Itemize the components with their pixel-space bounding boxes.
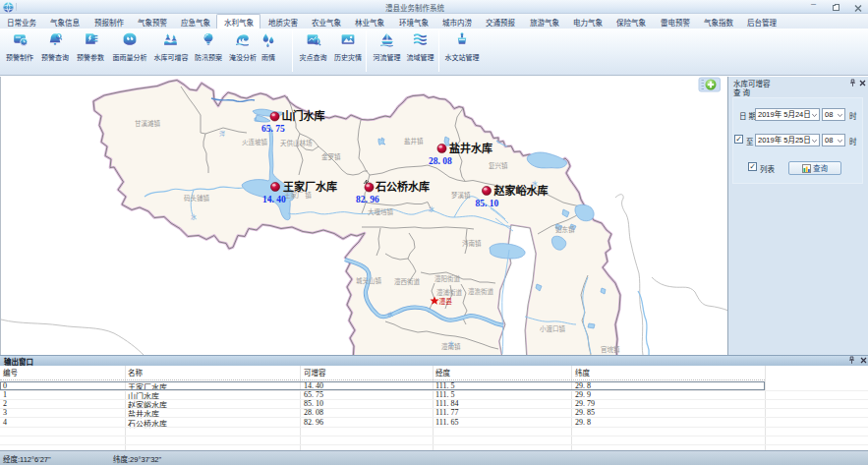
svg-text:火连坡镇: 火连坡镇	[242, 137, 268, 146]
svg-text:小渡口镇: 小渡口镇	[540, 323, 566, 333]
svg-text:澧澹街道: 澧澹街道	[468, 286, 494, 296]
svg-text:水: 水	[387, 310, 393, 319]
svg-text:盐井水库: 盐井水库	[449, 140, 492, 155]
svg-text:澧西街道: 澧西街道	[394, 276, 421, 286]
svg-text:65. 75: 65. 75	[261, 124, 285, 134]
svg-text:澧县: 澧县	[439, 296, 453, 306]
svg-text:山门水库: 山门水库	[282, 107, 325, 123]
svg-text:码头铺镇: 码头铺镇	[184, 193, 210, 203]
svg-text:水: 水	[191, 212, 197, 221]
svg-text:盐井镇: 盐井镇	[404, 136, 424, 145]
svg-text:城头山镇: 城头山镇	[356, 275, 382, 285]
svg-text:大堰垱镇: 大堰垱镇	[368, 206, 394, 216]
svg-text:85. 10: 85. 10	[476, 199, 499, 208]
svg-text:金罗镇: 金罗镇	[321, 151, 341, 161]
svg-text:石公桥水库: 石公桥水库	[375, 178, 430, 194]
svg-text:14. 40: 14. 40	[262, 195, 286, 204]
svg-text:涔南镇: 涔南镇	[462, 238, 482, 248]
svg-text:水: 水	[429, 204, 434, 213]
svg-text:28. 08: 28. 08	[429, 156, 452, 166]
svg-text:王家厂水库: 王家厂水库	[283, 178, 337, 194]
svg-text:梦溪镇: 梦溪镇	[451, 190, 471, 200]
svg-text:甘溪滩镇: 甘溪滩镇	[135, 118, 161, 128]
svg-text:82. 96: 82. 96	[356, 195, 379, 204]
svg-text:如东镇: 如东镇	[555, 224, 575, 234]
svg-text:水: 水	[448, 339, 454, 348]
svg-text:赵家峪水库: 赵家峪水库	[493, 182, 549, 198]
svg-text:涔: 涔	[219, 129, 225, 138]
svg-text:天供山林场: 天供山林场	[280, 138, 313, 147]
svg-text:澧阳街道: 澧阳街道	[434, 273, 461, 283]
svg-text:官垸镇: 官垸镇	[601, 344, 620, 354]
svg-text:复兴镇: 复兴镇	[489, 160, 508, 170]
